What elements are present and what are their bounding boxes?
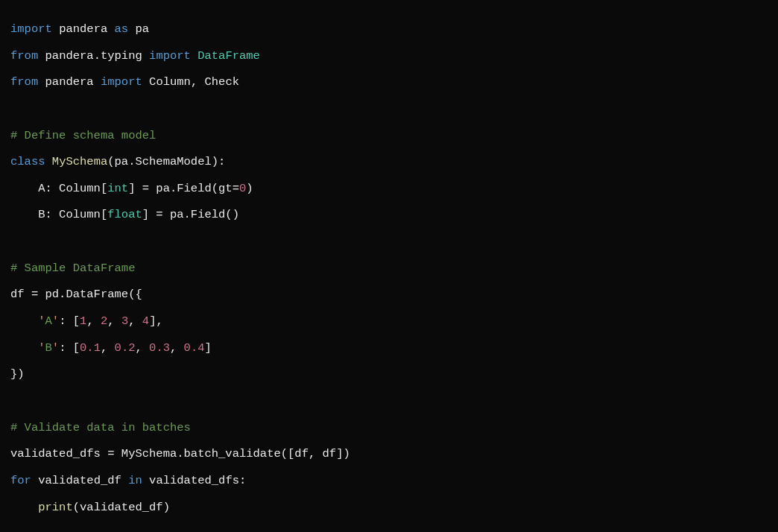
code-line: validated_dfs = MySchema.batch_validate(… <box>10 447 350 460</box>
code-line: class MySchema(pa.SchemaModel): <box>10 155 225 168</box>
code-line: # Sample DataFrame <box>10 262 135 275</box>
code-line: import pandera as pa <box>10 22 149 36</box>
code-line: 'B': [0.1, 0.2, 0.3, 0.4] <box>10 341 212 355</box>
code-line: print(validated_df) <box>10 501 170 514</box>
code-line: from pandera import Column, Check <box>10 75 239 89</box>
code-line: # Define schema model <box>10 129 156 142</box>
code-line: 'A': [1, 2, 3, 4], <box>10 314 163 328</box>
code-block: import pandera as pa from pandera.typing… <box>10 16 768 521</box>
code-line: A: Column[int] = pa.Field(gt=0) <box>10 182 253 195</box>
code-line: for validated_df in validated_dfs: <box>10 474 246 487</box>
code-line: # Validate data in batches <box>10 421 191 434</box>
code-line: from pandera.typing import DataFrame <box>10 49 260 63</box>
code-line: df = pd.DataFrame({ <box>10 288 142 301</box>
code-line: }) <box>10 367 25 381</box>
code-line: B: Column[float] = pa.Field() <box>10 208 239 221</box>
